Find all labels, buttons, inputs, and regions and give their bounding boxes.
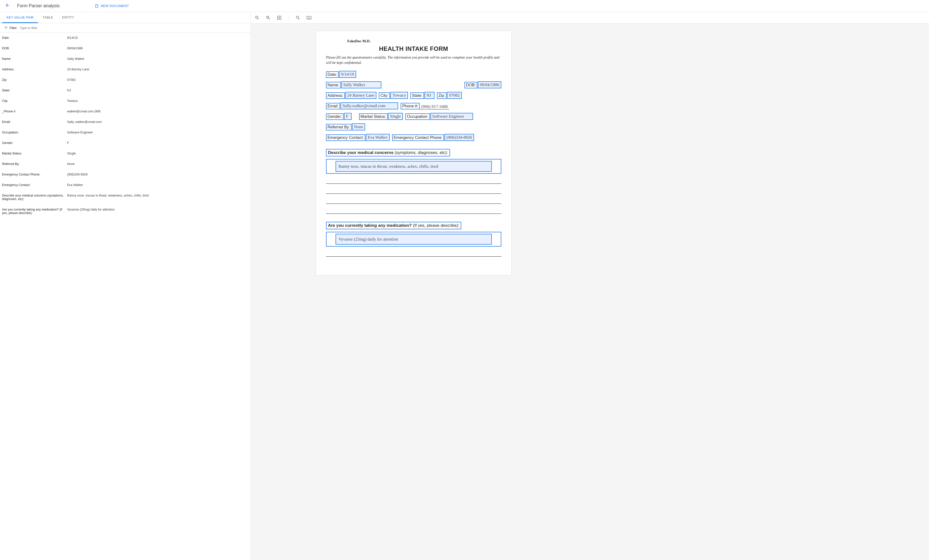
value-medication: Vyvanse (25mg) daily for attention: [336, 234, 492, 245]
kv-row[interactable]: Name:Sally Walker: [0, 54, 251, 64]
kv-key: Marital Status:: [2, 152, 67, 155]
value-date: 9/14/19: [339, 71, 356, 78]
value-gender: F: [344, 113, 351, 120]
label-state: State:: [411, 92, 424, 99]
value-email: Sally.walker@cmail.com: [340, 103, 398, 109]
page-title: Form Parser analysis: [17, 3, 60, 9]
tabs-bar: KEY VALUE PAIR TABLE ENTITY: [0, 12, 251, 23]
filter-icon: [4, 26, 8, 30]
label-marital: Marital Status:: [359, 113, 388, 120]
label-date: Date:: [326, 71, 339, 78]
kv-row[interactable]: Occupation:Software Engineer: [0, 127, 251, 138]
svg-rect-4: [309, 17, 310, 17]
kv-row[interactable]: Are you currently taking any medication?…: [0, 204, 251, 218]
viewer-toolbar: [251, 12, 929, 23]
zoom-in-icon[interactable]: [265, 15, 271, 20]
kv-key: Name:: [2, 57, 67, 61]
kv-row[interactable]: Address:24 Barney Lane: [0, 64, 251, 75]
blank-line: [326, 187, 501, 194]
kv-value: Sally Walker: [67, 57, 248, 61]
tab-table[interactable]: TABLE: [38, 12, 58, 23]
kv-key: _Phone #:: [2, 110, 67, 113]
fit-icon[interactable]: [276, 15, 282, 20]
label-referred: Referred By:: [326, 124, 351, 130]
value-marital: Single: [388, 113, 403, 120]
kv-key: DOB:: [2, 47, 67, 50]
kv-row[interactable]: Date:9/14/19: [0, 32, 251, 43]
kv-key: Email:: [2, 120, 67, 124]
keyboard-icon[interactable]: [306, 15, 312, 20]
svg-rect-1: [307, 16, 311, 19]
filter-input[interactable]: [20, 26, 247, 30]
kv-value: Vyvanse (25mg) daily for attention.: [67, 208, 248, 215]
blank-line: [326, 197, 501, 204]
kv-key: Occupation:: [2, 131, 67, 134]
zoom-out-icon[interactable]: [254, 15, 260, 20]
kv-value: (906)334-8926: [67, 173, 248, 176]
kv-row[interactable]: DOB:09/04/1986: [0, 43, 251, 54]
kv-row[interactable]: City:Towaco: [0, 96, 251, 106]
kv-value: F: [67, 141, 248, 145]
kv-key: Emergency Contact:: [2, 183, 67, 187]
value-dob: 09/04/1986: [478, 81, 501, 88]
section-medication-label: Are you currently taking any medication?…: [326, 222, 461, 229]
kv-value: Ranny nose, mucas in thwat, weakness, ac…: [67, 194, 248, 201]
label-dob: DOB:: [464, 82, 477, 88]
kv-row[interactable]: Marital Status:Single: [0, 148, 251, 159]
value-concerns: Ranny nose, mucas in throat, weakness, a…: [336, 161, 492, 172]
value-name: Sally Walker: [341, 81, 382, 88]
kv-value: 09/04/1986: [67, 47, 248, 50]
kv-key: Referred By:: [2, 162, 67, 166]
kv-row[interactable]: Emergency Contact:Eva Walker: [0, 180, 251, 190]
app-header: Form Parser analysis NEW DOCUMENT: [0, 0, 929, 12]
kv-value: Towaco: [67, 99, 248, 103]
value-emcp: (906)334-8926: [445, 134, 474, 141]
key-value-list: Date:9/14/19DOB:09/04/1986Name:Sally Wal…: [0, 32, 251, 560]
form-title: HEALTH INTAKE FORM: [326, 45, 501, 52]
kv-row[interactable]: State:NJ: [0, 85, 251, 96]
label-city: City:: [379, 92, 390, 99]
document-viewer[interactable]: FakeDoc M.D. HEALTH INTAKE FORM Please f…: [251, 23, 929, 560]
section-concerns-label: Describe your medical concerns (symptoms…: [326, 149, 450, 156]
kv-row[interactable]: _Phone #:walker@cmail.com (906: [0, 106, 251, 117]
kv-value: 24 Barney Lane: [67, 67, 248, 71]
kv-key: Date:: [2, 36, 67, 40]
kv-row[interactable]: Referred By:None: [0, 159, 251, 169]
search-icon[interactable]: [295, 15, 301, 20]
svg-rect-3: [308, 17, 308, 17]
tab-entity[interactable]: ENTITY: [58, 12, 79, 23]
kv-row[interactable]: Describe your medical concerns (symptoms…: [0, 190, 251, 204]
kv-key: Zip:: [2, 78, 67, 82]
kv-key: Address:: [2, 67, 67, 71]
kv-row[interactable]: Emergency Contact Phone:(906)334-8926: [0, 169, 251, 180]
svg-rect-5: [310, 17, 310, 17]
value-phone: (906) 917-3486: [420, 104, 449, 109]
filter-bar: Filter: [0, 23, 251, 32]
blank-line: [326, 250, 501, 257]
kv-key: Emergency Contact Phone:: [2, 173, 67, 176]
value-zip: 07082: [447, 92, 462, 99]
filter-label: Filter: [9, 26, 17, 30]
label-phone: Phone #:: [401, 103, 420, 109]
back-arrow-icon[interactable]: [5, 3, 10, 9]
form-instructions: Please fill out the questionnaire carefu…: [326, 55, 501, 65]
label-gender: Gender:: [326, 113, 343, 120]
label-zip: Zip:: [437, 92, 447, 99]
kv-value: Software Engineer: [67, 131, 248, 134]
new-document-button[interactable]: NEW DOCUMENT: [95, 4, 129, 8]
kv-row[interactable]: Gender:F: [0, 138, 251, 148]
value-emc: Eva Walker: [366, 134, 389, 141]
kv-row[interactable]: Zip:07082: [0, 75, 251, 85]
label-occupation: Occupation:: [405, 113, 430, 120]
tab-key-value-pair[interactable]: KEY VALUE PAIR: [2, 12, 38, 23]
kv-key: Are you currently taking any medication?…: [2, 208, 67, 215]
blank-line: [326, 207, 501, 214]
kv-value: None: [67, 162, 248, 166]
kv-row[interactable]: Email:Sally, walker@cmail.com: [0, 117, 251, 127]
kv-value: walker@cmail.com (906: [67, 110, 248, 113]
right-panel: FakeDoc M.D. HEALTH INTAKE FORM Please f…: [251, 12, 929, 560]
kv-key: Gender:: [2, 141, 67, 145]
main-content: KEY VALUE PAIR TABLE ENTITY Filter Date:…: [0, 12, 929, 560]
concerns-container: Ranny nose, mucas in throat, weakness, a…: [326, 159, 501, 174]
value-occupation: Software Engineer: [431, 113, 473, 120]
